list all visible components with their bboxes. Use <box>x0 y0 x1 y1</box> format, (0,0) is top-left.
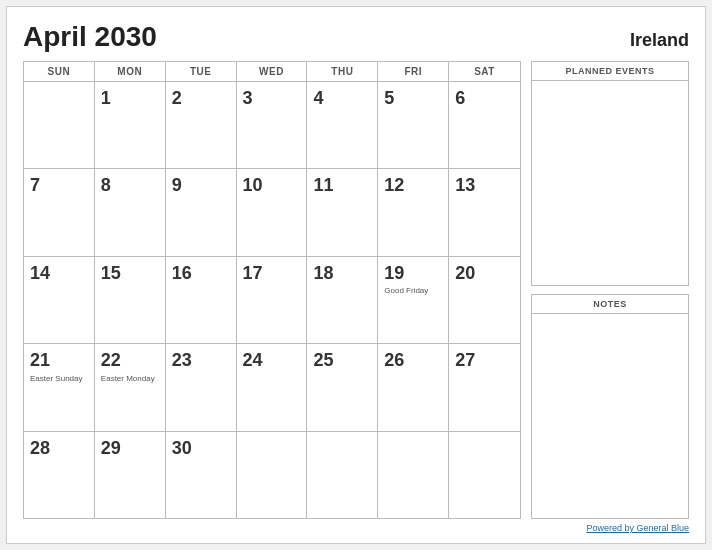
day-of-week-header: FRI <box>378 62 449 81</box>
country-label: Ireland <box>630 30 689 51</box>
event-label: Easter Monday <box>101 374 159 384</box>
day-number: 9 <box>172 175 230 197</box>
calendar-cell: 9 <box>166 169 237 255</box>
day-number: 5 <box>384 88 442 110</box>
calendar-cell: 12 <box>378 169 449 255</box>
calendar-cell: 30 <box>166 432 237 518</box>
calendar-cell: 19Good Friday <box>378 257 449 343</box>
planned-events-content <box>532 81 688 285</box>
calendar-cell: 3 <box>237 82 308 168</box>
planned-events-box: PLANNED EVENTS <box>531 61 689 286</box>
day-number: 17 <box>243 263 301 285</box>
day-number: 14 <box>30 263 88 285</box>
calendar-cell: 2 <box>166 82 237 168</box>
day-number: 11 <box>313 175 371 197</box>
calendar-week-row: 282930 <box>24 432 520 518</box>
day-number: 2 <box>172 88 230 110</box>
calendar-cell <box>24 82 95 168</box>
calendar-cell: 5 <box>378 82 449 168</box>
calendar-cell: 18 <box>307 257 378 343</box>
day-number: 28 <box>30 438 88 460</box>
calendar-cell <box>449 432 520 518</box>
page-title: April 2030 <box>23 21 157 53</box>
calendar-header-row: SUNMONTUEWEDTHUFRISAT <box>24 62 520 82</box>
day-of-week-header: THU <box>307 62 378 81</box>
day-number: 29 <box>101 438 159 460</box>
calendar-cell: 27 <box>449 344 520 430</box>
calendar-page: April 2030 Ireland SUNMONTUEWEDTHUFRISAT… <box>6 6 706 544</box>
day-of-week-header: SUN <box>24 62 95 81</box>
day-number: 8 <box>101 175 159 197</box>
day-number: 3 <box>243 88 301 110</box>
day-of-week-header: TUE <box>166 62 237 81</box>
calendar-cell <box>307 432 378 518</box>
day-number: 4 <box>313 88 371 110</box>
calendar-cell: 26 <box>378 344 449 430</box>
day-number: 10 <box>243 175 301 197</box>
day-of-week-header: MON <box>95 62 166 81</box>
calendar-cell: 10 <box>237 169 308 255</box>
day-number: 15 <box>101 263 159 285</box>
calendar-cell: 14 <box>24 257 95 343</box>
calendar-cell: 7 <box>24 169 95 255</box>
day-number: 1 <box>101 88 159 110</box>
calendar-cell: 28 <box>24 432 95 518</box>
calendar-cell: 29 <box>95 432 166 518</box>
sidebar: PLANNED EVENTS NOTES <box>531 61 689 519</box>
day-number: 27 <box>455 350 514 372</box>
calendar-week-row: 141516171819Good Friday20 <box>24 257 520 344</box>
day-number: 30 <box>172 438 230 460</box>
calendar-cell: 22Easter Monday <box>95 344 166 430</box>
calendar-week-row: 21Easter Sunday22Easter Monday2324252627 <box>24 344 520 431</box>
calendar-week-row: 78910111213 <box>24 169 520 256</box>
calendar-cell: 25 <box>307 344 378 430</box>
calendar-cell: 8 <box>95 169 166 255</box>
calendar-cell: 17 <box>237 257 308 343</box>
day-of-week-header: WED <box>237 62 308 81</box>
day-number: 18 <box>313 263 371 285</box>
day-number: 13 <box>455 175 514 197</box>
calendar-cell: 1 <box>95 82 166 168</box>
day-number: 25 <box>313 350 371 372</box>
calendar-cell: 20 <box>449 257 520 343</box>
day-number: 19 <box>384 263 442 285</box>
event-label: Easter Sunday <box>30 374 88 384</box>
calendar-cell: 16 <box>166 257 237 343</box>
calendar-cell: 15 <box>95 257 166 343</box>
page-header: April 2030 Ireland <box>23 21 689 53</box>
calendar-cell: 11 <box>307 169 378 255</box>
calendar-cell: 6 <box>449 82 520 168</box>
footer: Powered by General Blue <box>23 523 689 533</box>
powered-by-link[interactable]: Powered by General Blue <box>586 523 689 533</box>
calendar-cell: 4 <box>307 82 378 168</box>
calendar-grid: SUNMONTUEWEDTHUFRISAT 123456789101112131… <box>23 61 521 519</box>
day-of-week-header: SAT <box>449 62 520 81</box>
calendar-week-row: 123456 <box>24 82 520 169</box>
calendar-cell <box>378 432 449 518</box>
day-number: 12 <box>384 175 442 197</box>
calendar-cell <box>237 432 308 518</box>
day-number: 20 <box>455 263 514 285</box>
calendar-cell: 23 <box>166 344 237 430</box>
calendar-cell: 21Easter Sunday <box>24 344 95 430</box>
calendar-cell: 13 <box>449 169 520 255</box>
day-number: 26 <box>384 350 442 372</box>
day-number: 24 <box>243 350 301 372</box>
day-number: 21 <box>30 350 88 372</box>
day-number: 6 <box>455 88 514 110</box>
planned-events-title: PLANNED EVENTS <box>532 62 688 81</box>
event-label: Good Friday <box>384 286 442 296</box>
day-number: 23 <box>172 350 230 372</box>
notes-box: NOTES <box>531 294 689 519</box>
day-number: 16 <box>172 263 230 285</box>
day-number: 22 <box>101 350 159 372</box>
day-number: 7 <box>30 175 88 197</box>
notes-title: NOTES <box>532 295 688 314</box>
main-content: SUNMONTUEWEDTHUFRISAT 123456789101112131… <box>23 61 689 519</box>
notes-content <box>532 314 688 518</box>
calendar-body: 12345678910111213141516171819Good Friday… <box>24 82 520 518</box>
calendar-cell: 24 <box>237 344 308 430</box>
